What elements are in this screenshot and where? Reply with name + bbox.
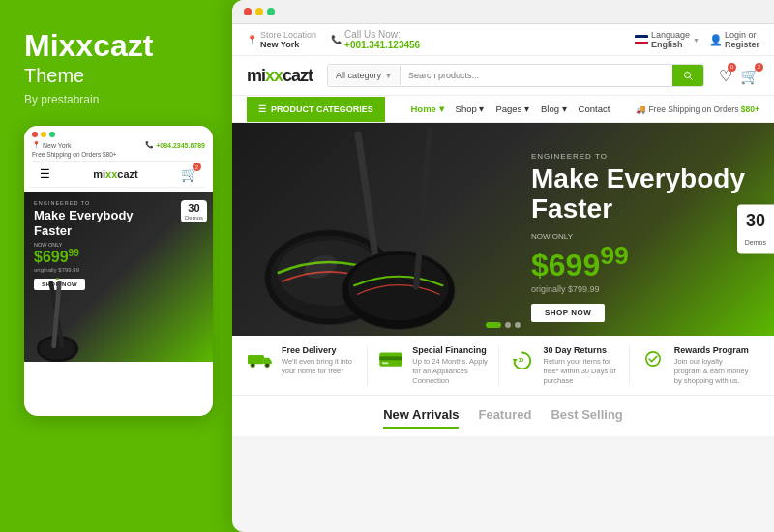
site-logo: mixxcazt (247, 66, 313, 86)
feature-rewards: Rewards Program Join our loyalty program… (630, 345, 759, 385)
nav-free-shipping: 🚚 Free Shipping on Orders $80+ (636, 104, 759, 114)
browser-dot-yellow (255, 8, 263, 15)
mobile-logo: mixxcazt (93, 168, 138, 180)
wishlist-icon[interactable]: ♡ 0 (719, 67, 732, 85)
hero-price-original: originally $799.99 (531, 284, 745, 294)
mobile-dot-yellow (41, 132, 46, 137)
hero-badge-number: 30 (745, 211, 766, 231)
nav-link-home[interactable]: Home ▾ (411, 103, 444, 114)
menu-icon: ☰ (258, 104, 266, 114)
hamburger-icon[interactable]: ☰ (40, 167, 50, 181)
mobile-hero-price: $69999 (34, 248, 203, 266)
mobile-location: 📍 New York (32, 141, 72, 149)
left-panel: Mixxcazt Theme By prestabrain 📍 New York… (0, 0, 232, 532)
top-location: 📍 Store Location New York (247, 30, 316, 49)
tab-best-selling[interactable]: Best Selling (551, 407, 622, 429)
tab-featured[interactable]: Featured (478, 407, 531, 429)
feature-delivery-text: Free Delivery We'll even bring it into y… (282, 345, 357, 376)
phone-icon: 📞 (145, 141, 154, 149)
svg-rect-17 (380, 356, 402, 360)
nav-link-blog[interactable]: Blog ▾ (541, 103, 567, 114)
category-label: All category (336, 71, 381, 80)
mobile-mockup: 📍 New York 📞 +084.2345.6789 Free Shippin… (24, 126, 213, 416)
mobile-dot-green (49, 132, 55, 137)
chevron-down-icon: ▼ (693, 37, 700, 44)
tabs-row: New Arrivals Featured Best Selling (247, 407, 759, 429)
top-bar-right: Language English ▼ 👤 Login or Register (635, 30, 759, 49)
rewards-icon (640, 345, 667, 372)
tab-new-arrivals[interactable]: New Arrivals (383, 407, 459, 429)
hero-dot-3[interactable] (515, 322, 521, 328)
mobile-location-text: New York (43, 142, 72, 149)
truck-icon (247, 345, 274, 372)
mobile-hero-badge: 30 Demos (181, 200, 207, 222)
mobile-phone: 📞 +084.2345.6789 (145, 141, 205, 149)
feature-financing-text: Special Financing Up to 24 Months. Apply… (412, 345, 488, 385)
hero-slide-dots (486, 322, 521, 328)
right-panel: 📍 Store Location New York 📞 Call Us Now:… (232, 0, 774, 532)
svg-rect-13 (248, 355, 264, 364)
svg-rect-18 (382, 362, 389, 364)
credit-card-icon (377, 345, 404, 372)
nav-link-contact[interactable]: Contact (579, 103, 610, 114)
brand-title: Mixxcazt (24, 29, 208, 63)
feature-returns-text: 30 Day Returns Return your items for fre… (544, 345, 619, 385)
search-button[interactable] (672, 65, 703, 86)
login-register[interactable]: 👤 Login or Register (709, 30, 759, 49)
mobile-shipping: Free Shipping on Orders $80+ (32, 149, 205, 162)
location-icon: 📍 (32, 141, 41, 149)
chevron-down-icon: ▼ (385, 73, 392, 79)
nav-bar: ☰ Product Categories Home ▾ Shop ▾ Pages… (232, 96, 774, 123)
mobile-dot-red (32, 132, 38, 137)
search-icons: ♡ 0 🛒 2 (719, 67, 759, 85)
mobile-cart-icon[interactable]: 🛒 2 (181, 166, 197, 182)
browser-dot-red (244, 8, 252, 15)
mobile-browser-dots (32, 132, 205, 137)
browser-dot-green (267, 8, 275, 15)
hero-section: ENGINEERED TO Make Everybody Faster NOW … (232, 123, 774, 336)
brand-subtitle: Theme (24, 65, 208, 87)
search-bar-row: mixxcazt All category ▼ ♡ 0 🛒 2 (232, 56, 774, 96)
mobile-hero-engineered: ENGINEERED TO (34, 200, 203, 206)
flag-icon (635, 35, 648, 44)
hero-content: ENGINEERED TO Make Everybody Faster NOW … (531, 152, 745, 322)
search-area: All category ▼ (327, 64, 704, 87)
hero-dot-1[interactable] (486, 322, 501, 328)
feature-free-delivery: Free Delivery We'll even bring it into y… (247, 345, 368, 385)
category-dropdown[interactable]: All category ▼ (328, 66, 401, 85)
top-phone: 📞 Call Us Now: +001.341.123456 (331, 29, 420, 50)
hero-shop-now-button[interactable]: SHOP NOW (531, 304, 605, 322)
hero-engineered-label: ENGINEERED TO (531, 152, 745, 161)
hero-golf-club-illustration (252, 123, 493, 336)
hero-dot-2[interactable] (505, 322, 511, 328)
hero-badge: 30 Demos (737, 205, 774, 254)
nav-link-pages[interactable]: Pages ▾ (495, 103, 529, 114)
hero-badge-label: Demos (745, 239, 766, 246)
hero-headline: Make Everybody Faster (531, 164, 745, 224)
language-selector[interactable]: Language English ▼ (635, 30, 700, 49)
features-bar: Free Delivery We'll even bring it into y… (232, 336, 774, 396)
svg-point-15 (265, 363, 270, 368)
cart-icon[interactable]: 🛒 2 (740, 67, 759, 85)
search-input[interactable] (401, 66, 672, 85)
nav-links: Home ▾ Shop ▾ Pages ▾ Blog ▾ Contact (411, 96, 610, 122)
feature-returns: 30 30 Day Returns Return your items for … (499, 345, 630, 385)
svg-marker-19 (512, 359, 517, 363)
mobile-golf-club-illustration (34, 265, 111, 362)
mobile-phone-number: +084.2345.6789 (156, 142, 205, 149)
top-bar-left: 📍 Store Location New York 📞 Call Us Now:… (247, 29, 420, 50)
svg-point-1 (39, 339, 75, 360)
search-icon (682, 70, 694, 81)
phone-handset-icon: 📞 (331, 35, 342, 44)
product-categories-button[interactable]: ☰ Product Categories (247, 97, 385, 122)
mobile-nav-row: ☰ mixxcazt 🛒 2 (32, 162, 205, 188)
browser-dots (244, 8, 762, 15)
svg-point-14 (251, 363, 255, 368)
mobile-info-row: 📍 New York 📞 +084.2345.6789 (32, 141, 205, 149)
nav-link-shop[interactable]: Shop ▾ (456, 103, 485, 114)
feature-rewards-text: Rewards Program Join our loyalty program… (674, 345, 750, 385)
svg-text:30: 30 (518, 357, 523, 363)
return-icon: 30 (509, 345, 536, 372)
svg-point-10 (348, 254, 449, 320)
tabs-section: New Arrivals Featured Best Selling (232, 396, 774, 436)
